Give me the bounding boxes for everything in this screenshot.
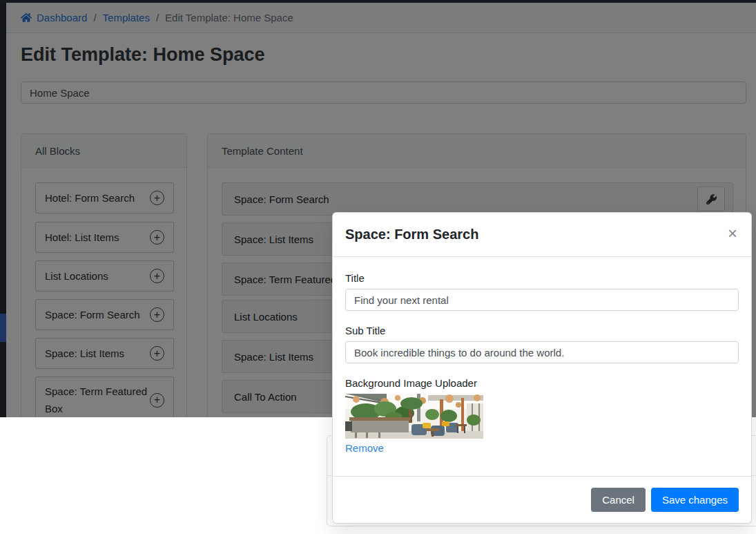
block-settings-modal: Space: Form Search × Title Sub Title Bac… bbox=[332, 212, 752, 524]
remove-image-link[interactable]: Remove bbox=[345, 442, 384, 454]
close-icon[interactable]: × bbox=[728, 225, 737, 242]
uploaded-image-thumbnail[interactable] bbox=[345, 394, 483, 439]
interior-photo bbox=[345, 394, 483, 439]
cancel-button[interactable]: Cancel bbox=[591, 488, 646, 512]
background-image-uploader-label: Background Image Uploader bbox=[345, 377, 739, 389]
subtitle-label: Sub Title bbox=[345, 325, 739, 336]
modal-footer: Cancel Save changes bbox=[333, 476, 751, 523]
modal-header: Space: Form Search × bbox=[333, 213, 751, 257]
modal-title: Space: Form Search bbox=[345, 227, 478, 242]
title-label: Title bbox=[345, 272, 739, 284]
title-input[interactable] bbox=[345, 289, 739, 311]
save-changes-button[interactable]: Save changes bbox=[651, 488, 739, 512]
page: Dashboard / Templates / Edit Template: H… bbox=[0, 0, 756, 534]
modal-body: Title Sub Title Background Image Uploade… bbox=[333, 257, 751, 455]
subtitle-input[interactable] bbox=[345, 341, 739, 363]
